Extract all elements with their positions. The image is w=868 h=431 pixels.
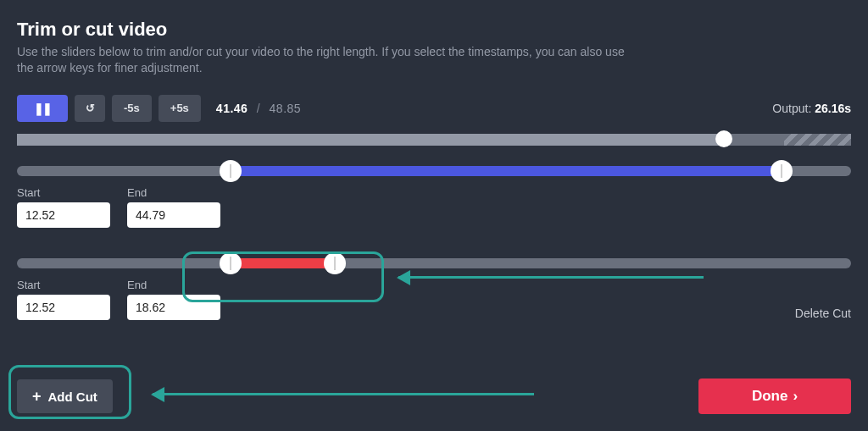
cut-start-handle[interactable]: [220, 252, 242, 274]
done-button[interactable]: Done ›: [698, 379, 851, 414]
trim-start-handle[interactable]: [220, 160, 242, 182]
delete-cut-link[interactable]: Delete Cut: [795, 307, 851, 320]
playback-time: 41.46 / 48.85: [216, 102, 301, 115]
trim-range: [231, 166, 782, 176]
trim-end-label: End: [127, 186, 220, 199]
cut-end-handle[interactable]: [324, 252, 346, 274]
output-label: Output:: [772, 102, 811, 115]
cut-end-input[interactable]: [127, 295, 220, 320]
playhead[interactable]: [715, 130, 732, 147]
cut-slider-track[interactable]: [17, 258, 851, 268]
pause-icon: ❚❚: [34, 102, 51, 115]
add-cut-label: Add Cut: [48, 390, 97, 404]
output-length: Output: 26.16s: [772, 102, 851, 115]
page-description: Use the sliders below to trim and/or cut…: [17, 44, 644, 76]
trim-end-handle[interactable]: [771, 160, 793, 182]
progress-buffer-stripe: [784, 134, 851, 146]
playback-controls: ❚❚ ↺ -5s +5s 41.46 / 48.85 Output: 26.16…: [17, 95, 851, 122]
progress-bar[interactable]: [17, 134, 851, 146]
plus-icon: +: [32, 388, 42, 406]
trim-slider-track[interactable]: [17, 166, 851, 176]
trim-start-input[interactable]: [17, 202, 110, 228]
trim-end-input[interactable]: [127, 202, 220, 228]
time-separator: /: [257, 102, 260, 115]
current-time: 41.46: [216, 102, 248, 115]
page-title: Trim or cut video: [17, 19, 851, 41]
restart-button[interactable]: ↺: [75, 95, 105, 122]
cut-start-label: Start: [17, 279, 110, 291]
total-duration: 48.85: [270, 102, 302, 115]
progress-fill: [17, 134, 724, 146]
done-label: Done: [752, 388, 788, 405]
plus-5s-button[interactable]: +5s: [159, 95, 201, 122]
output-value: 26.16s: [815, 102, 851, 115]
trim-start-label: Start: [17, 186, 110, 199]
cut-end-label: End: [127, 279, 220, 291]
pause-button[interactable]: ❚❚: [17, 95, 68, 122]
cut-range: [231, 258, 335, 268]
cut-start-input[interactable]: [17, 295, 110, 320]
add-cut-button[interactable]: + Add Cut: [17, 379, 113, 413]
chevron-right-icon: ›: [793, 388, 798, 405]
restart-icon: ↺: [86, 102, 95, 114]
minus-5s-button[interactable]: -5s: [112, 95, 152, 122]
